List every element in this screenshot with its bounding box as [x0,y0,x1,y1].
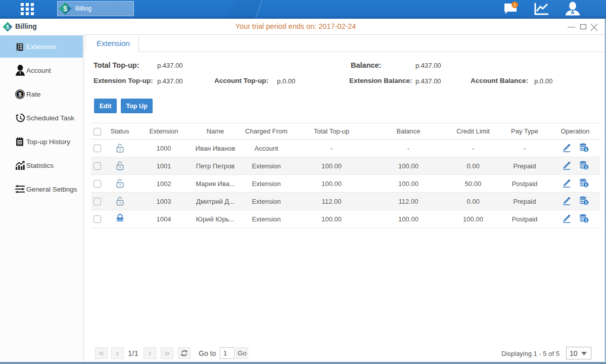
svg-text:$: $ [18,91,21,97]
svg-text:$: $ [63,5,67,13]
svg-text:$: $ [585,147,587,152]
svg-text:!: ! [514,2,516,8]
svg-text:$: $ [585,217,587,222]
svg-text:$: $ [585,164,587,169]
svg-text:$: $ [585,182,587,187]
svg-text:$: $ [585,200,587,205]
